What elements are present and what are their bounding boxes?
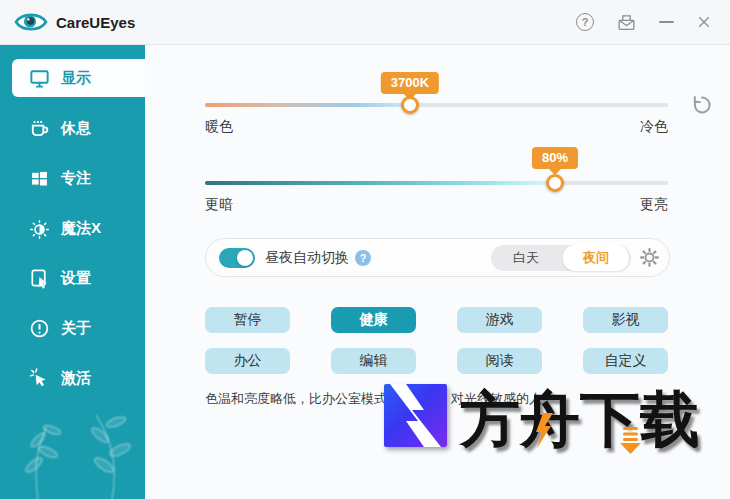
- preset-custom-button[interactable]: 自定义: [583, 348, 668, 374]
- help-icon[interactable]: ?: [576, 13, 594, 31]
- brightness-slider-fill: [205, 181, 555, 185]
- close-icon[interactable]: [696, 14, 712, 30]
- titlebar-actions: ?: [576, 13, 712, 31]
- preset-grid: 暂停 健康 游戏 影视 办公 编辑 阅读 自定义: [205, 307, 668, 374]
- auto-switch-toggle[interactable]: [219, 248, 255, 268]
- brightness-slider-labels: 更暗 更亮: [205, 196, 668, 214]
- magic-sun-icon: [26, 217, 52, 240]
- temperature-slider-fill: [205, 103, 410, 107]
- preset-health-button[interactable]: 健康: [331, 307, 416, 333]
- sidebar-item-label: 关于: [61, 319, 91, 338]
- preset-office-button[interactable]: 办公: [205, 348, 290, 374]
- sidebar-item-activate[interactable]: 激活: [0, 353, 145, 403]
- preset-edit-button[interactable]: 编辑: [331, 348, 416, 374]
- app-logo-eye-icon: [14, 8, 48, 36]
- brightness-slider-handle[interactable]: [546, 174, 564, 192]
- preset-pause-button[interactable]: 暂停: [205, 307, 290, 333]
- preset-game-button[interactable]: 游戏: [457, 307, 542, 333]
- watermark-logo-icon: [384, 384, 447, 447]
- sidebar-item-label: 休息: [61, 119, 91, 138]
- titlebar: CareUEyes ?: [0, 0, 730, 45]
- night-option[interactable]: 夜间: [563, 245, 629, 271]
- brightness-value-badge: 80%: [532, 147, 578, 169]
- app-window: CareUEyes ?: [0, 0, 730, 500]
- gear-icon[interactable]: [639, 247, 660, 268]
- watermark-text: 方舟下载: [460, 388, 700, 451]
- sidebar-item-display[interactable]: 显示: [12, 59, 145, 97]
- temperature-slider-labels: 暖色 冷色: [205, 118, 668, 136]
- sidebar-item-label: 显示: [61, 69, 91, 88]
- day-option[interactable]: 白天: [491, 249, 561, 267]
- monitor-icon: [26, 67, 52, 90]
- windows-icon: [26, 168, 52, 189]
- darker-label: 更暗: [205, 196, 233, 214]
- app-title: CareUEyes: [56, 14, 135, 31]
- auto-switch-row: 昼夜自动切换 ? 白天 夜间: [205, 238, 670, 277]
- sidebar-item-rest[interactable]: 休息: [0, 103, 145, 153]
- sidebar-item-label: 魔法X: [61, 219, 101, 238]
- preset-reading-button[interactable]: 阅读: [457, 348, 542, 374]
- brighter-label: 更亮: [640, 196, 668, 214]
- brightness-slider-track[interactable]: [205, 181, 668, 185]
- sidebar-item-about[interactable]: 关于: [0, 303, 145, 353]
- temperature-slider-handle[interactable]: [401, 96, 419, 114]
- feedback-icon[interactable]: [616, 13, 637, 31]
- sidebar-item-label: 专注: [61, 169, 91, 188]
- sidebar-item-focus[interactable]: 专注: [0, 153, 145, 203]
- preset-movie-button[interactable]: 影视: [583, 307, 668, 333]
- sidebar-item-settings[interactable]: 设置: [0, 253, 145, 303]
- watermark-lightning-icon: [533, 413, 557, 448]
- coffee-cup-icon: [26, 117, 52, 140]
- cold-label: 冷色: [640, 118, 668, 136]
- watermark: 方舟下载: [384, 384, 700, 451]
- auto-switch-help-icon[interactable]: ?: [355, 250, 371, 266]
- auto-switch-label: 昼夜自动切换: [265, 249, 349, 267]
- sidebar-item-label: 激活: [61, 369, 91, 388]
- warm-label: 暖色: [205, 118, 233, 136]
- reset-icon[interactable]: [689, 92, 715, 118]
- day-night-segmented-control: 白天 夜间: [491, 245, 631, 271]
- sidebar-item-magic[interactable]: 魔法X: [0, 203, 145, 253]
- minimize-icon[interactable]: [659, 21, 674, 23]
- activate-icon: [26, 367, 52, 390]
- watermark-download-arrow-icon: [620, 427, 641, 454]
- temperature-slider-track[interactable]: [205, 103, 668, 107]
- settings-icon: [26, 267, 52, 290]
- sidebar: 显示 休息: [0, 45, 145, 500]
- sidebar-item-label: 设置: [61, 269, 91, 288]
- temperature-value-badge: 3700K: [381, 72, 439, 94]
- description-text-left: 色温和亮度略低，比办公室模式: [205, 391, 387, 406]
- about-icon: [26, 317, 52, 340]
